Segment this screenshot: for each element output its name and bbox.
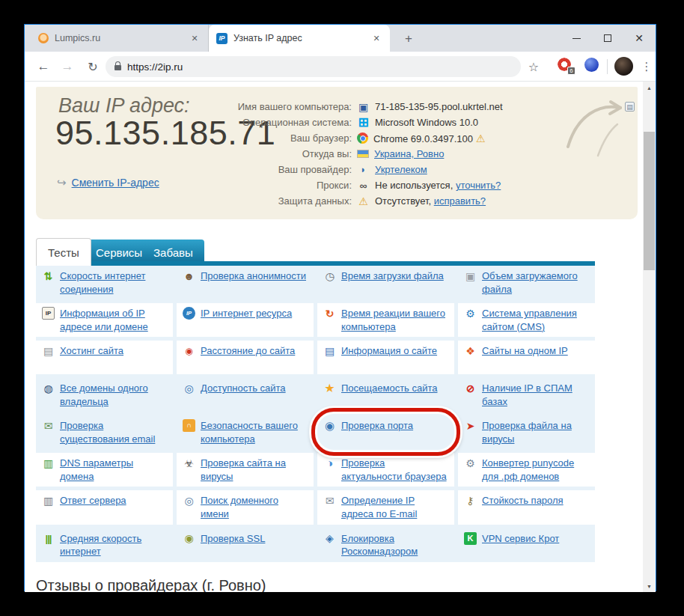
test-item: ◈Блокировка Роскомнадзором (317, 528, 454, 562)
back-button[interactable]: ← (34, 57, 53, 76)
test-link[interactable]: Посещаемость сайта (341, 382, 438, 395)
info-row: Прокси:∞Не используется, уточнить? (148, 177, 627, 193)
test-link[interactable]: Доступность сайта (201, 382, 286, 395)
test-item: ⚷Стойкость пароля (458, 490, 595, 524)
test-link[interactable]: VPN сервис Крот (482, 532, 559, 546)
test-link[interactable]: Определение IP адреса по E-mail (341, 494, 448, 520)
hosting-icon: ▤ (42, 344, 55, 357)
test-link[interactable]: Стойкость пароля (482, 494, 564, 507)
test-link[interactable]: Информация о сайте (341, 344, 437, 358)
test-link[interactable]: Система управления сайтом (CMS) (482, 307, 589, 333)
test-link[interactable]: Блокировка Роскомнадзором (341, 532, 448, 558)
info-row: Защита данных:⚠Отсутствует, исправить? (148, 193, 627, 209)
url-text: https://2ip.ru (127, 61, 183, 73)
info-row: Имя вашего компьютера:▣71-185-135-95.poo… (148, 99, 627, 115)
dns-icon: ▥ (42, 457, 55, 469)
test-link[interactable]: Проверка сайта на вирусы (201, 457, 308, 483)
test-link[interactable]: Конвертер punycode для .рф доменов (482, 457, 589, 483)
test-item: ✉Определение IP адреса по E-mail (317, 490, 454, 524)
test-link[interactable]: Расстояние до сайта (201, 344, 295, 358)
change-ip-link[interactable]: Сменить IP-адрес (72, 177, 159, 189)
chrome-icon (357, 132, 368, 144)
test-item: ▥Ответ сервера (36, 490, 173, 524)
scroll-up-icon[interactable]: ▲ (643, 82, 656, 94)
extension-globe-icon[interactable] (584, 58, 599, 72)
traffic-icon: ★ (323, 382, 336, 394)
test-link[interactable]: Время реакции вашего компьютера (341, 307, 448, 333)
scrollbar[interactable]: ▲ ▼ (643, 82, 656, 592)
profile-avatar[interactable] (614, 57, 633, 76)
test-item: IPИнформация об IP адресе или домене (36, 303, 173, 337)
bookmark-star-icon[interactable]: ☆ (525, 57, 543, 76)
test-link[interactable]: Сайты на одном IP (482, 344, 568, 358)
browser-menu-icon[interactable]: ⋮ (640, 57, 653, 76)
extension-red-icon[interactable]: 6 (558, 58, 572, 73)
window-close-button[interactable]: ✕ (631, 31, 647, 46)
info-label: Прокси: (148, 180, 352, 191)
test-link[interactable]: Поиск доменного имени (201, 494, 308, 520)
info-row: Операционная система:⊞Microsoft Windows … (148, 115, 627, 130)
info-value: Не используется, уточнить? (375, 180, 501, 191)
test-link[interactable]: Время загрузки файла (341, 269, 444, 283)
test-link[interactable]: Проверка SSL (201, 532, 265, 546)
test-link[interactable]: Безопасность вашего компьютера (201, 419, 308, 445)
ip-resource-icon: IP (183, 307, 195, 320)
test-link[interactable]: DNS параметры домена (60, 457, 167, 483)
provider-icon: ◗ (357, 164, 370, 175)
info-link[interactable]: Украина, Ровно (374, 148, 444, 159)
scroll-down-icon[interactable]: ▼ (643, 580, 656, 592)
info-link[interactable]: уточнить? (456, 180, 501, 191)
browser-tab-lumpics[interactable]: Lumpics.ru ✕ (31, 25, 209, 52)
test-item: ◉Расстояние до сайта (177, 341, 314, 374)
new-tab-button[interactable]: + (399, 29, 418, 49)
browser-tab-2ip[interactable]: IP Узнать IP адрес ✕ (209, 25, 390, 52)
test-link[interactable]: Средняя скорость интернет (60, 532, 167, 558)
speed-icon: ⇅ (42, 269, 55, 282)
page-content: Ваш IP адрес: 95.135.185.71 ↪ Сменить IP… (25, 82, 643, 592)
info-value: Украина, Ровно (374, 148, 444, 159)
test-item: ◉Проверка SSL (177, 528, 314, 562)
scrollbar-thumb[interactable] (644, 132, 655, 270)
window-maximize-button[interactable] (599, 31, 616, 46)
info-row: Ваш браузер:Chrome 69.0.3497.100⚠ (148, 130, 627, 146)
windows-icon: ⊞ (357, 117, 370, 128)
test-link[interactable]: Ответ сервера (60, 494, 126, 507)
test-link[interactable]: Проверка файла на вирусы (482, 419, 589, 445)
reload-button[interactable]: ↻ (83, 57, 103, 76)
test-link[interactable]: Наличие IP в СПАМ базах (482, 382, 589, 408)
test-link[interactable]: Проверка существования email (60, 419, 167, 445)
change-ip-link-row: ↪ Сменить IP-адрес (57, 176, 159, 189)
window-minimize-button[interactable] (568, 31, 584, 46)
test-link[interactable]: Все домены одного владельца (60, 382, 167, 408)
rkn-block-icon: ◈ (323, 532, 336, 545)
test-link[interactable]: IP интернет ресурса (201, 307, 292, 320)
address-bar[interactable]: https://2ip.ru (106, 56, 521, 77)
test-link[interactable]: Проверка актуальности браузера (341, 457, 448, 483)
browser-check-icon: ◑ (323, 457, 336, 469)
domains-owner-icon: ◍ (42, 382, 55, 394)
close-tab-icon[interactable]: ✕ (189, 32, 201, 44)
tab-tests[interactable]: Тесты (36, 238, 91, 266)
test-link[interactable]: Проверка анонимности (201, 269, 306, 283)
test-link[interactable]: Хостинг сайта (60, 344, 123, 358)
ip-info-panel: Ваш IP адрес: 95.135.185.71 ↪ Сменить IP… (36, 87, 638, 219)
avg-speed-icon: ||| (42, 532, 55, 545)
info-link[interactable]: Укртелеком (375, 164, 427, 175)
close-tab-icon[interactable]: ✕ (370, 32, 382, 44)
test-item: ⊘Наличие IP в СПАМ базах (458, 378, 595, 412)
ip-favicon-icon: IP (216, 33, 228, 44)
test-link[interactable]: Информация об IP адресе или домене (60, 307, 167, 333)
curved-arrow-icon: ↪ (57, 176, 67, 189)
highlight-ellipse (311, 408, 460, 456)
forward-button[interactable]: → (58, 57, 77, 76)
availability-icon: ◎ (183, 382, 195, 394)
info-link[interactable]: исправить? (434, 195, 486, 207)
warning-icon: ⚠ (357, 195, 370, 207)
test-link[interactable]: Скорость интернет соединения (60, 269, 167, 296)
info-value: Microsoft Windows 10.0 (375, 117, 478, 128)
test-item: ◎Доступность сайта (177, 378, 314, 412)
test-link[interactable]: Объем загружаемого файла (482, 269, 589, 296)
test-item: |||Средняя скорость интернет (36, 528, 173, 562)
layout-toggle-icon[interactable]: ▤ (625, 102, 635, 112)
info-label: Имя вашего компьютера: (148, 101, 352, 112)
